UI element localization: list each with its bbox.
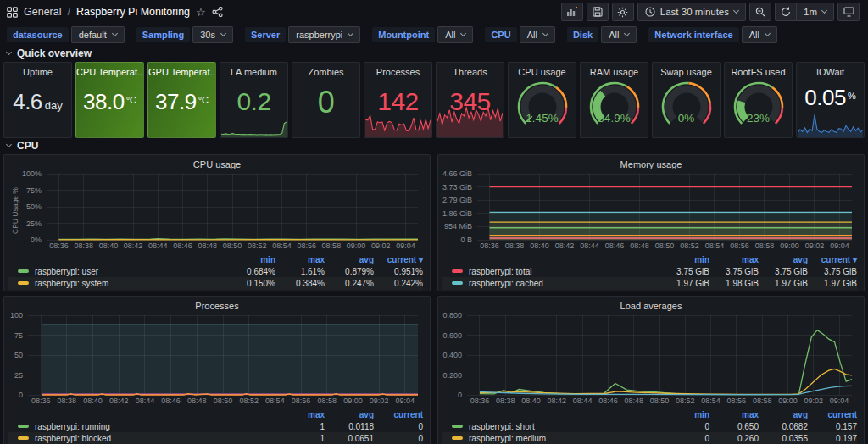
- legend-header-min[interactable]: min: [226, 255, 275, 264]
- variable-value: default: [79, 30, 107, 40]
- panel-title[interactable]: RAM usage: [581, 63, 648, 77]
- legend-header-max[interactable]: max: [709, 410, 759, 419]
- row-header-cpu[interactable]: CPU: [0, 139, 868, 153]
- panel-threads-stat: Threads 345: [436, 62, 504, 138]
- panel-title[interactable]: Load averages: [438, 297, 864, 311]
- legend-series-name[interactable]: raspberrypi: user: [8, 267, 226, 276]
- panel-title[interactable]: CPU Temperat...: [76, 63, 143, 77]
- refresh-button[interactable]: [775, 3, 797, 21]
- variable-value-dropdown[interactable]: All: [601, 26, 637, 43]
- legend-header-current[interactable]: current ▾: [808, 255, 857, 264]
- svg-text:08:48: 08:48: [198, 241, 218, 250]
- time-series-chart[interactable]: 0 B954 MiB1.86 GiB2.79 GiB3.73 GiB4.66 G…: [438, 169, 859, 251]
- svg-text:0%: 0%: [31, 236, 42, 244]
- stat-value: 38.0°C: [76, 91, 143, 113]
- legend-series-name[interactable]: raspberrypi: running: [8, 422, 275, 431]
- legend: maxavgcurrentraspberrypi: running10.0118…: [4, 409, 430, 444]
- legend-header-avg[interactable]: avg: [759, 255, 808, 264]
- svg-text:100%: 100%: [22, 169, 42, 178]
- legend-header-current[interactable]: current: [808, 410, 857, 419]
- legend-header-current[interactable]: current ▾: [374, 255, 423, 264]
- legend-header-avg[interactable]: avg: [759, 410, 808, 419]
- legend-stat-value: 1.61%: [275, 267, 325, 276]
- share-icon[interactable]: [212, 7, 223, 17]
- panel-ram-usage-gauge: RAM usage 34.9%: [580, 62, 648, 138]
- panel-title[interactable]: IOWait: [797, 63, 864, 77]
- panel-title[interactable]: Processes: [4, 297, 430, 311]
- panel-title[interactable]: LA medium: [220, 63, 287, 77]
- svg-text:08:46: 08:46: [161, 397, 181, 405]
- zoom-out-time-button[interactable]: [749, 3, 771, 21]
- stat-value: 4.6day: [4, 91, 71, 113]
- breadcrumb-folder[interactable]: General: [24, 6, 61, 18]
- panel-title[interactable]: Zombies: [292, 63, 359, 77]
- legend-header-min[interactable]: min: [660, 410, 709, 419]
- dashboards-grid-icon[interactable]: [7, 7, 18, 18]
- star-icon[interactable]: ☆: [196, 6, 206, 19]
- legend-header-max[interactable]: max: [709, 255, 759, 264]
- time-series-chart[interactable]: 00.2000.4000.6000.80008:3608:3808:4008:4…: [438, 311, 859, 406]
- save-dashboard-button[interactable]: [587, 3, 609, 21]
- variable-value-dropdown[interactable]: All: [437, 26, 473, 43]
- legend-series-name[interactable]: raspberrypi: blocked: [8, 434, 275, 443]
- panel-title[interactable]: CPU usage: [509, 63, 576, 77]
- legend-series-name[interactable]: raspberrypi: medium: [442, 434, 660, 443]
- chart-area[interactable]: 025507510008:3608:3808:4008:4208:4408:46…: [4, 311, 430, 409]
- chevron-down-icon: [460, 31, 466, 36]
- time-series-chart[interactable]: 025507510008:3608:3808:4008:4208:4408:46…: [4, 311, 425, 406]
- refresh-interval-dropdown[interactable]: 1m: [797, 3, 834, 21]
- legend-series-name[interactable]: raspberrypi: system: [8, 279, 226, 288]
- variable-value: All: [445, 30, 455, 40]
- panel-title[interactable]: Uptime: [4, 63, 71, 77]
- variable-value-dropdown[interactable]: 30s: [192, 26, 233, 43]
- chevron-down-icon: [6, 49, 12, 55]
- svg-text:0: 0: [458, 391, 462, 399]
- add-panel-button[interactable]: [561, 3, 583, 21]
- variable-value-dropdown[interactable]: raspberrypi: [288, 26, 360, 43]
- legend: minmaxavgcurrent ▾raspberrypi: user0.684…: [4, 254, 430, 291]
- legend-series-name[interactable]: raspberrypi: total: [442, 267, 660, 276]
- panel-title[interactable]: RootFS used: [725, 63, 792, 77]
- legend-stat-value: 0.650: [709, 422, 759, 431]
- chart-area[interactable]: 0 B954 MiB1.86 GiB2.79 GiB3.73 GiB4.66 G…: [438, 169, 864, 254]
- legend-header-avg[interactable]: avg: [325, 410, 374, 419]
- variable-value: 30s: [200, 30, 215, 40]
- legend-series-name[interactable]: raspberrypi: short: [442, 422, 660, 431]
- panel-title[interactable]: CPU usage: [4, 155, 430, 169]
- legend-series-label: raspberrypi: blocked: [35, 434, 111, 443]
- stat-value: 345: [437, 89, 504, 114]
- panel-title[interactable]: Swap usage: [653, 63, 720, 77]
- legend-stat-value: 0.247%: [325, 279, 374, 288]
- panel-title[interactable]: Processes: [364, 63, 431, 77]
- chart-area[interactable]: CPU Usage % 0%25%50%75%100%08:3608:3808:…: [4, 169, 430, 254]
- svg-text:2.79 GiB: 2.79 GiB: [442, 196, 472, 204]
- legend-header-current[interactable]: current: [374, 410, 423, 419]
- legend-header-min[interactable]: min: [660, 255, 709, 264]
- legend-stat-value: 1: [275, 422, 325, 431]
- legend-stat-value: 3.75 GiB: [709, 267, 759, 276]
- time-series-chart[interactable]: 0%25%50%75%100%08:3608:3808:4008:4208:44…: [4, 169, 425, 251]
- svg-text:0.200: 0.200: [442, 371, 462, 380]
- dashboard-settings-button[interactable]: [612, 3, 634, 21]
- variable-value-dropdown[interactable]: default: [71, 26, 125, 43]
- variable-value-dropdown[interactable]: All: [520, 26, 555, 43]
- legend-header-avg[interactable]: avg: [325, 255, 374, 264]
- legend-header-max[interactable]: max: [275, 255, 325, 264]
- svg-text:08:58: 08:58: [755, 241, 775, 250]
- legend-header-max[interactable]: max: [275, 410, 325, 419]
- legend-stat-value: 0.150%: [226, 279, 275, 288]
- legend-stat-value: 0.951%: [374, 267, 423, 276]
- row-header-quick-overview[interactable]: Quick overview: [0, 47, 868, 60]
- panel-title[interactable]: GPU Temperat...: [148, 63, 215, 77]
- panel-title[interactable]: Memory usage: [438, 155, 864, 169]
- panel-title[interactable]: Threads: [437, 63, 504, 77]
- panel-memory-usage-chart: Memory usage 0 B954 MiB1.86 GiB2.79 GiB3…: [437, 154, 865, 291]
- variable-value-dropdown[interactable]: All: [742, 26, 777, 43]
- dashboard-title[interactable]: Raspberry Pi Monitoring: [76, 6, 190, 18]
- legend-series-name[interactable]: raspberrypi: cached: [442, 279, 660, 288]
- kiosk-mode-button[interactable]: [837, 3, 860, 21]
- time-range-picker[interactable]: Last 30 minutes: [637, 3, 746, 21]
- panel-cpu-temperature: CPU Temperat... 38.0°C: [75, 62, 144, 138]
- chart-area[interactable]: 00.2000.4000.6000.80008:3608:3808:4008:4…: [438, 311, 864, 409]
- stat-value: 142: [364, 89, 431, 114]
